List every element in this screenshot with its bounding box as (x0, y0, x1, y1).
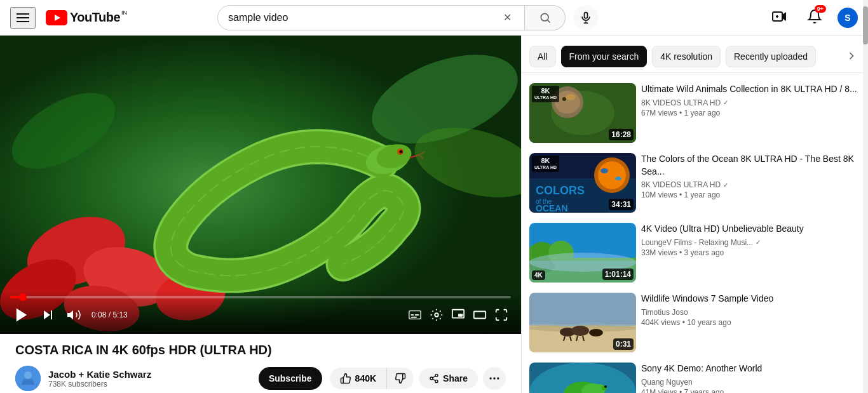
notification-button[interactable]: 9+ (802, 4, 827, 31)
scrollbar-track[interactable] (863, 0, 868, 393)
progress-thumb (19, 293, 27, 301)
badge-2: 8K ULTRA HD (532, 156, 559, 172)
chevron-right-icon (845, 50, 858, 62)
svg-text:OCEAN: OCEAN (536, 203, 568, 213)
channel-name-4: Timotius Joso (641, 308, 860, 317)
avatar[interactable]: S (837, 8, 858, 28)
list-item[interactable]: 4K Sony 4K Demo: Another World Quang Ngu… (522, 357, 868, 393)
list-item[interactable]: 4K 1:01:14 4K Video (Ultra HD) Unbelieva… (522, 218, 868, 288)
svg-point-42 (430, 377, 433, 380)
progress-bar[interactable] (10, 296, 511, 298)
svg-rect-37 (458, 314, 463, 317)
svg-point-46 (490, 377, 492, 379)
volume-button[interactable] (64, 305, 84, 325)
pill-scroll-right-button[interactable] (843, 47, 860, 67)
video-thumbnail (0, 36, 521, 334)
list-item[interactable]: 8K ULTRA HD 16:28 Ultimate Wild Animals … (522, 78, 868, 148)
svg-point-88 (604, 385, 607, 388)
verified-icon-3: ✓ (756, 239, 761, 246)
svg-point-54 (566, 94, 576, 100)
badge-3: 4K (532, 270, 545, 280)
total-time: 5:13 (112, 310, 127, 319)
volume-icon (66, 307, 81, 323)
duration-2: 34:31 (609, 199, 634, 210)
theater-button[interactable] (470, 305, 489, 324)
svg-marker-30 (67, 310, 73, 319)
video-list-title-1: Ultimate Wild Animals Collection in 8K U… (641, 83, 860, 96)
like-count: 840K (355, 373, 376, 383)
thumbs-down-icon (395, 373, 406, 384)
verified-icon-1: ✓ (723, 99, 728, 106)
video-player-container: 0:08 / 5:13 (0, 36, 521, 334)
svg-point-41 (435, 374, 438, 376)
thumbnail-4: 0:31 (529, 293, 636, 352)
add-video-button[interactable] (766, 4, 792, 31)
svg-point-63 (615, 177, 621, 180)
svg-point-53 (562, 97, 566, 101)
channel-avatar[interactable] (15, 366, 41, 391)
svg-point-62 (600, 168, 608, 173)
notification-badge: 9+ (815, 5, 826, 13)
header: YouTube IN ✕ (0, 0, 868, 36)
video-details-2: The Colors of the Ocean 8K ULTRA HD - Th… (641, 153, 860, 213)
channel-name-2: 8K VIDEOS ULTRA HD ✓ (641, 180, 860, 189)
svg-point-35 (435, 313, 438, 317)
mic-icon (580, 11, 592, 24)
video-stats-3: 33M views • 3 years ago (641, 248, 860, 257)
more-options-button[interactable] (483, 367, 506, 390)
settings-button[interactable] (427, 305, 446, 324)
controls-row: 0:08 / 5:13 (10, 303, 511, 326)
badge-1: 8K ULTRA HD (532, 86, 559, 102)
progress-fill (10, 296, 23, 298)
add-video-icon (771, 9, 787, 24)
channel-name-5: Quang Nguyen (641, 378, 860, 387)
svg-point-2 (541, 13, 548, 21)
pill-recent[interactable]: Recently uploaded (726, 46, 816, 67)
channel-name-3: LoungeV Films - Relaxing Musi... ✓ (641, 238, 860, 247)
fullscreen-button[interactable] (492, 305, 511, 324)
subtitles-button[interactable] (405, 305, 424, 324)
pill-all[interactable]: All (529, 46, 556, 67)
svg-line-44 (433, 379, 436, 381)
player-area: 0:08 / 5:13 (0, 36, 521, 393)
video-list-title-4: Wildlife Windows 7 Sample Video (641, 293, 860, 305)
video-player[interactable]: 0:08 / 5:13 (0, 36, 521, 334)
svg-point-43 (435, 380, 438, 383)
search-button[interactable] (525, 5, 566, 30)
youtube-logo[interactable]: YouTube IN (46, 10, 128, 25)
pill-from-search[interactable]: From your search (561, 46, 648, 67)
share-button[interactable]: Share (419, 368, 478, 389)
like-button[interactable]: 840K (330, 368, 387, 389)
play-button[interactable] (10, 303, 33, 326)
list-item[interactable]: 0:31 Wildlife Windows 7 Sample Video Tim… (522, 288, 868, 357)
duration-3: 1:01:14 (602, 269, 634, 280)
next-button[interactable] (38, 305, 58, 325)
hamburger-menu-button[interactable] (10, 7, 36, 29)
play-icon (13, 306, 31, 324)
main-content: 0:08 / 5:13 (0, 36, 868, 393)
subscribe-button[interactable]: Subscribe (259, 367, 322, 390)
svg-marker-27 (17, 309, 27, 322)
svg-rect-29 (51, 310, 52, 319)
channel-avatar-icon (15, 366, 41, 391)
video-title: COSTA RICA IN 4K 60fps HDR (ULTRA HD) (15, 342, 506, 358)
thumbs-up-icon (340, 373, 351, 384)
miniplayer-button[interactable] (449, 305, 468, 324)
video-details-3: 4K Video (Ultra HD) Unbelievable Beauty … (641, 223, 860, 283)
video-details-5: Sony 4K Demo: Another World Quang Nguyen… (641, 363, 860, 393)
pill-4k[interactable]: 4K resolution (652, 46, 721, 67)
search-input[interactable] (228, 12, 501, 23)
list-item[interactable]: COLORS of the OCEAN 8K ULTRA HD 34:31 (522, 148, 868, 218)
svg-point-47 (493, 377, 495, 379)
channel-name-1: 8K VIDEOS ULTRA HD ✓ (641, 98, 860, 107)
video-stats-4: 404K views • 10 years ago (641, 318, 860, 327)
svg-line-45 (433, 376, 436, 378)
channel-name[interactable]: Jacob + Katie Schwarz (48, 369, 251, 380)
video-stats-2: 10M views • 1 year ago (641, 190, 860, 199)
scrollbar-thumb[interactable] (863, 6, 868, 44)
dislike-button[interactable] (387, 368, 414, 389)
search-clear-button[interactable]: ✕ (501, 9, 514, 26)
mic-button[interactable] (573, 5, 599, 30)
logo-text: YouTube (70, 10, 120, 25)
header-right: 9+ S (766, 4, 858, 31)
